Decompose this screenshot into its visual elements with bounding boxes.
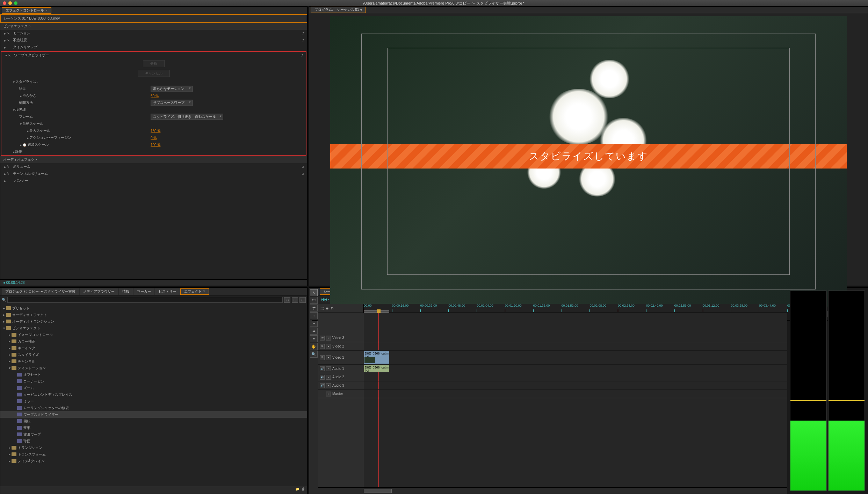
minimize-window-button[interactable] — [8, 1, 12, 5]
warp-stabilizer-effect[interactable]: ▾fxワープスタビライザー↺ — [1, 52, 306, 59]
tree-item[interactable]: ▸オーディオトランジション — [0, 318, 307, 325]
maxscale-value[interactable]: 180 % — [151, 129, 160, 133]
speaker-icon[interactable]: 🔊 — [320, 375, 325, 380]
addscale-value[interactable]: 100 % — [151, 143, 160, 147]
detail-section[interactable]: ▸詳細 — [1, 148, 306, 155]
track-select-tool[interactable]: ⬚ — [310, 297, 318, 304]
tab-effect-controls[interactable]: エフェクトコントロール× — [2, 7, 51, 14]
opacity-effect[interactable]: ▸fx不透明度↺ — [0, 37, 307, 44]
work-area-bar[interactable] — [364, 310, 389, 313]
lane-a2[interactable] — [364, 373, 787, 381]
track-head-a2[interactable]: 🔊▸Audio 2 — [318, 373, 364, 381]
zoom-window-button[interactable] — [14, 1, 17, 5]
razor-tool[interactable]: ✂ — [310, 320, 318, 327]
effects-search-input[interactable] — [7, 297, 283, 303]
tree-item[interactable]: ▸トランジション — [0, 444, 307, 451]
tree-item[interactable]: オフセット — [0, 371, 307, 378]
effects-tree[interactable]: ▸プリセット▸オーディオエフェクト▸オーディオトランジション▾ビデオエフェクト▸… — [0, 304, 307, 486]
tree-item[interactable]: ▾ビデオエフェクト — [0, 325, 307, 331]
reset-icon[interactable]: ↺ — [301, 53, 303, 57]
fx-badge-1-icon[interactable]: ⬚ — [284, 297, 290, 303]
tab-5[interactable]: エフェクト × — [180, 288, 209, 295]
tree-item[interactable]: ワープスタビライザー — [0, 411, 307, 418]
tab-2[interactable]: 情報 — [119, 288, 133, 295]
tree-item[interactable]: 球面 — [0, 438, 307, 444]
tree-item[interactable]: ▾ディストーション — [0, 365, 307, 371]
border-section[interactable]: ▾境界線 — [1, 106, 306, 113]
timeline-zoom-scrollbar[interactable] — [364, 489, 392, 493]
tree-item[interactable]: 波形ワープ — [0, 431, 307, 438]
track-head-v3[interactable]: 👁▸Video 3 — [318, 334, 364, 342]
audio-clip[interactable]: D8E_0368_cut.mov [A] — [364, 365, 389, 372]
video-clip[interactable]: D8E_0368_cut.mov [V] — [364, 351, 389, 364]
track-head-a1[interactable]: 🔊▸Audio 1 — [318, 365, 364, 373]
lane-v2[interactable] — [364, 342, 787, 351]
track-head-master[interactable]: ▸Master — [318, 390, 364, 398]
tree-item[interactable]: ▸カラー補正 — [0, 338, 307, 345]
rate-stretch-tool[interactable]: ↔ — [310, 312, 318, 319]
eye-icon[interactable]: 👁 — [320, 355, 325, 360]
fx-badge-2-icon[interactable]: ⬚ — [292, 297, 298, 303]
track-head-a3[interactable]: 🔊▸Audio 3 — [318, 381, 364, 390]
close-window-button[interactable] — [3, 1, 6, 5]
cancel-button[interactable]: キャンセル — [138, 70, 170, 77]
tree-item[interactable]: ▸オーディオエフェクト — [0, 312, 307, 318]
hand-tool[interactable]: ✋ — [310, 343, 318, 350]
tab-0[interactable]: プロジェクト: コピー 〜 スタビライザー実験 — [2, 288, 79, 295]
tree-item[interactable]: ▸プリセット — [0, 305, 307, 312]
tree-item[interactable]: ミラー — [0, 398, 307, 404]
stabilize-section[interactable]: ▾スタビライズ : — [1, 78, 306, 85]
tab-program[interactable]: プログラム: シーケンス 01 ▾ — [311, 7, 366, 13]
timeline-ruler[interactable]: ⬚ ◆ ⚙ 00:0000:00:16:0000:00:32:0000:00:4… — [318, 304, 787, 313]
ec-timecode[interactable]: ● 00:00:14:28 — [0, 279, 307, 286]
lane-a3[interactable] — [364, 381, 787, 390]
channel-volume-effect[interactable]: ▸fxチャンネルボリューム↺ — [0, 170, 307, 177]
tree-item[interactable]: ▸ノイズ&グレイン — [0, 458, 307, 464]
motion-effect[interactable]: ▸fxモーション↺ — [0, 30, 307, 37]
eye-icon[interactable]: 👁 — [320, 336, 325, 341]
autoscale-section[interactable]: ▾自動スケール — [1, 120, 306, 127]
safemargin-value[interactable]: 0 % — [151, 136, 157, 140]
reset-icon[interactable]: ↺ — [302, 172, 304, 176]
settings-icon[interactable]: ⚙ — [331, 306, 334, 310]
tree-item[interactable]: コーナーピン — [0, 378, 307, 385]
marker-icon[interactable]: ◆ — [326, 306, 328, 310]
tree-item[interactable]: 回転 — [0, 418, 307, 424]
tree-item[interactable]: ズーム — [0, 385, 307, 391]
tab-4[interactable]: ヒストリー — [155, 288, 180, 295]
zoom-tool[interactable]: 🔍 — [310, 351, 318, 358]
new-bin-icon[interactable]: 📁 — [295, 487, 299, 493]
track-head-v2[interactable]: 👁▸Video 2 — [318, 342, 364, 351]
slip-tool[interactable]: ⬌ — [310, 328, 318, 335]
trash-icon[interactable]: 🗑 — [302, 487, 305, 493]
speaker-icon[interactable]: 🔊 — [320, 383, 325, 388]
method-dropdown[interactable]: サブスペースワープ — [151, 100, 193, 106]
lane-master[interactable] — [364, 390, 787, 398]
program-monitor-view[interactable]: スタビライズしています — [330, 16, 847, 307]
timeline-content[interactable]: D8E_0368_cut.mov [V] D8E_0368_cut.mov [A… — [364, 313, 787, 487]
volume-effect[interactable]: ▸fxボリューム↺ — [0, 163, 307, 170]
close-icon[interactable]: × — [45, 8, 48, 12]
speaker-icon[interactable]: 🔊 — [320, 366, 325, 371]
tree-item[interactable]: ▸トランスフォーム — [0, 451, 307, 458]
tree-item[interactable]: タービュレントディスプレイス — [0, 391, 307, 398]
tree-item[interactable]: ▸スタイライズ — [0, 351, 307, 358]
smoothness-value[interactable]: 50 % — [151, 94, 159, 98]
lane-v3[interactable] — [364, 334, 787, 342]
track-head-v1[interactable]: 👁▾Video 1 — [318, 351, 364, 365]
tree-item[interactable]: ▸チャンネル — [0, 358, 307, 365]
tab-1[interactable]: メディアブラウザー — [80, 288, 118, 295]
reset-icon[interactable]: ↺ — [302, 31, 304, 35]
reset-icon[interactable]: ↺ — [302, 38, 304, 42]
snap-icon[interactable]: ⬚ — [320, 306, 324, 310]
panner-effect[interactable]: ▸パンナー — [0, 177, 307, 184]
eye-icon[interactable]: 👁 — [320, 344, 325, 349]
lane-v1[interactable]: D8E_0368_cut.mov [V] — [364, 351, 787, 365]
timeremap-effect[interactable]: ▸タイムリマップ — [0, 44, 307, 51]
tree-item[interactable]: 変形 — [0, 424, 307, 431]
fx-badge-3-icon[interactable]: ⬚ — [299, 297, 306, 303]
frame-dropdown[interactable]: スタビライズ、切り抜き、自動スケール — [151, 114, 223, 120]
tree-item[interactable]: ▸キーイング — [0, 345, 307, 351]
ripple-edit-tool[interactable]: ⇄ — [310, 305, 318, 312]
tab-3[interactable]: マーカー — [133, 288, 154, 295]
